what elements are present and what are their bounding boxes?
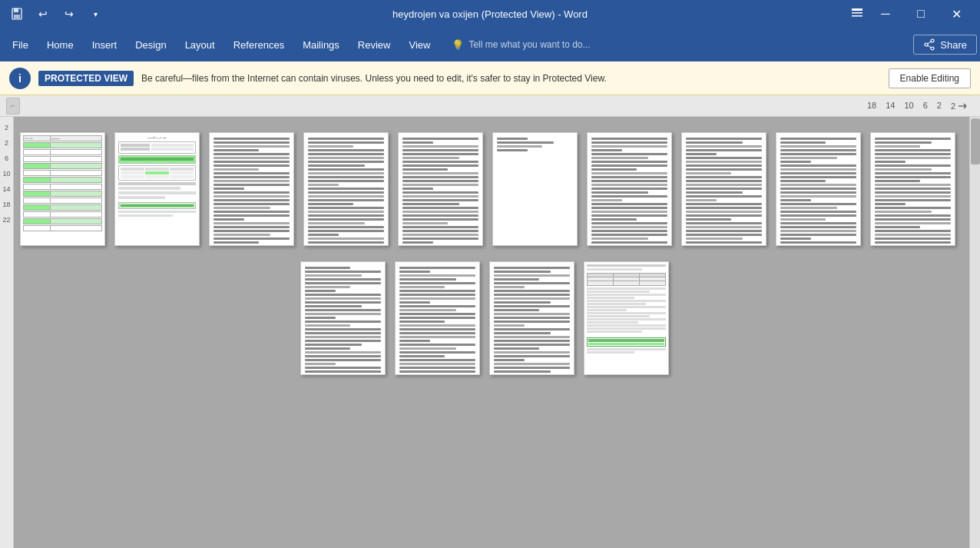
page-thumbnail-14[interactable] bbox=[584, 261, 669, 375]
svg-rect-3 bbox=[852, 8, 862, 11]
content-area: 2 2 6 10 14 18 22 بنام خدا موضوع bbox=[0, 117, 980, 548]
window-title: heydrojen va oxijen (Protected View) - W… bbox=[392, 8, 588, 20]
title-bar: ↩ ↪ ▾ heydrojen va oxijen (Protected Vie… bbox=[0, 0, 980, 28]
page-thumbnail-5[interactable] bbox=[398, 132, 483, 246]
page-thumbnail-13[interactable] bbox=[489, 261, 574, 375]
share-label: Share bbox=[940, 39, 967, 51]
close-button[interactable]: ✕ bbox=[939, 2, 974, 25]
page-thumbnail-9[interactable] bbox=[776, 132, 861, 246]
page-thumbnail-1[interactable]: بنام خدا موضوع bbox=[20, 132, 105, 246]
horizontal-ruler: ⌐ 18 14 10 6 2 2 bbox=[0, 95, 980, 117]
protected-view-banner: i PROTECTED VIEW Be careful—files from t… bbox=[0, 61, 980, 95]
title-bar-left: ↩ ↪ ▾ bbox=[6, 3, 106, 25]
svg-rect-4 bbox=[852, 12, 862, 14]
ruler-numbers: 18 14 10 6 2 2 bbox=[867, 101, 968, 111]
ruler-tab-selector[interactable]: ⌐ bbox=[6, 98, 20, 115]
svg-point-8 bbox=[931, 47, 934, 50]
tab-insert[interactable]: Insert bbox=[83, 31, 127, 58]
page-thumbnail-4[interactable] bbox=[303, 132, 389, 246]
minimize-button[interactable]: ─ bbox=[868, 2, 903, 25]
vertical-ruler: 2 2 6 10 14 18 22 bbox=[0, 117, 14, 548]
tab-review[interactable]: Review bbox=[349, 31, 400, 58]
ribbon: File Home Insert Design Layout Reference… bbox=[0, 28, 980, 61]
page-thumbnail-3[interactable] bbox=[209, 132, 294, 246]
undo-button[interactable]: ↩ bbox=[32, 3, 54, 25]
svg-point-6 bbox=[931, 39, 934, 42]
svg-rect-5 bbox=[852, 15, 862, 17]
tell-me-search[interactable]: 💡 Tell me what you want to do... bbox=[452, 39, 590, 51]
page-thumbnail-11[interactable] bbox=[300, 261, 386, 375]
scroll-thumb[interactable] bbox=[971, 118, 980, 164]
svg-line-10 bbox=[928, 45, 931, 48]
ribbon-display-button[interactable] bbox=[846, 2, 868, 24]
tab-design[interactable]: Design bbox=[126, 31, 175, 58]
svg-line-9 bbox=[928, 42, 931, 44]
svg-rect-2 bbox=[14, 15, 20, 18]
svg-rect-1 bbox=[14, 8, 18, 12]
customize-qat-button[interactable]: ▾ bbox=[84, 3, 106, 25]
maximize-button[interactable]: □ bbox=[903, 2, 939, 25]
tab-references[interactable]: References bbox=[224, 31, 293, 58]
tab-home[interactable]: Home bbox=[38, 31, 83, 58]
share-button[interactable]: Share bbox=[913, 35, 977, 55]
protected-view-label: PROTECTED VIEW bbox=[38, 71, 134, 86]
page-row-1: بنام خدا موضوع bbox=[22, 132, 954, 246]
tab-file[interactable]: File bbox=[3, 31, 38, 58]
document-view[interactable]: بنام خدا موضوع bbox=[14, 117, 969, 548]
page-thumbnail-8[interactable] bbox=[681, 132, 766, 246]
window-controls: ─ □ ✕ bbox=[846, 2, 974, 25]
redo-button[interactable]: ↪ bbox=[58, 3, 80, 25]
tab-layout[interactable]: Layout bbox=[176, 31, 224, 58]
protected-view-icon: i bbox=[9, 68, 31, 89]
page-thumbnail-10[interactable] bbox=[870, 132, 955, 246]
page-thumbnail-2[interactable]: متن عربی / فارسی bbox=[114, 132, 200, 246]
vertical-scrollbar[interactable] bbox=[969, 117, 980, 548]
protected-view-message: Be careful—files from the Internet can c… bbox=[141, 73, 881, 84]
page-thumbnail-7[interactable] bbox=[587, 132, 672, 246]
svg-point-7 bbox=[925, 43, 928, 46]
tab-mailings[interactable]: Mailings bbox=[293, 31, 349, 58]
tab-view[interactable]: View bbox=[399, 31, 439, 58]
enable-editing-button[interactable]: Enable Editing bbox=[889, 68, 971, 88]
page-row-2 bbox=[22, 261, 954, 375]
save-button[interactable] bbox=[6, 3, 28, 25]
page-thumbnail-6[interactable] bbox=[492, 132, 578, 246]
page-thumbnail-12[interactable] bbox=[395, 261, 480, 375]
